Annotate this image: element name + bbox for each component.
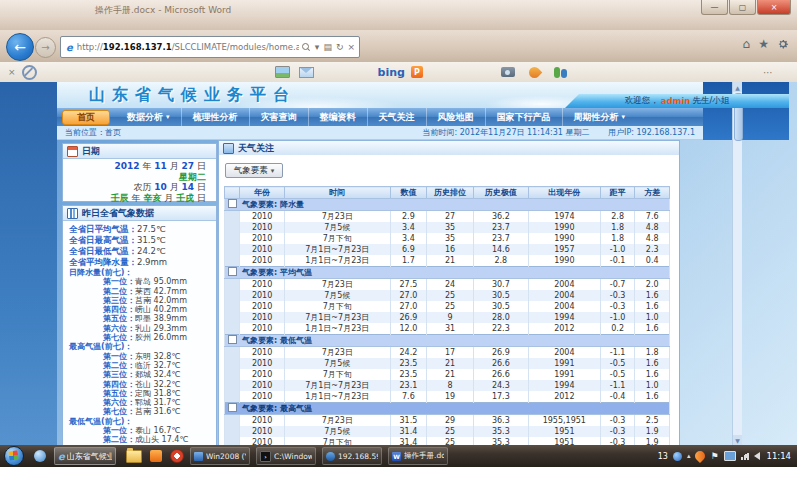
table-row[interactable]: 20107月23日27.52430.72004-0.72.0 [225, 279, 670, 291]
table-row[interactable]: 20107月23日24.21726.92004-1.11.8 [225, 347, 670, 359]
group-checkbox[interactable] [228, 267, 237, 276]
table-row[interactable]: 20101月1日~7月23日7.61917.32012-0.41.6 [225, 391, 670, 403]
group-row[interactable]: 气象要素: 最低气温 [225, 335, 670, 347]
row-select-cell[interactable] [225, 233, 240, 244]
fox-tray-icon[interactable] [693, 449, 707, 463]
back-button[interactable]: ← [6, 33, 34, 61]
row-select-cell[interactable] [225, 426, 240, 437]
display-tray-icon[interactable] [724, 451, 736, 461]
row-select-cell[interactable] [225, 244, 240, 255]
bing-logo[interactable]: bing [378, 66, 405, 79]
taskbar-window-button[interactable]: W操作手册.docx ... [388, 447, 448, 465]
scroll-down-icon[interactable]: ▼ [733, 435, 742, 445]
scroll-up-icon[interactable]: ▲ [733, 82, 742, 92]
back-icon: ← [14, 39, 26, 55]
forward-button[interactable]: → [35, 37, 56, 58]
row-select-cell[interactable] [225, 211, 240, 223]
table-row[interactable]: 20107月23日2.92736.219742.87.6 [225, 211, 670, 223]
bing-app-icon[interactable]: P [411, 66, 423, 78]
table-row[interactable]: 20107月1日~7月23日23.1824.31994-1.11.0 [225, 380, 670, 391]
table-row[interactable]: 20107月1日~7月23日26.9928.01994-1.01.0 [225, 312, 670, 323]
close-button[interactable]: × [757, 0, 791, 15]
taskbar-window-button[interactable]: 192.168.59.99... [322, 447, 382, 465]
row-select-cell[interactable] [225, 380, 240, 391]
row-select-cell[interactable] [225, 391, 240, 403]
table-row[interactable]: 20107月下旬27.02530.52004-0.31.6 [225, 301, 670, 312]
home-icon[interactable]: ⌂ [743, 38, 751, 50]
table-row[interactable]: 20107月5候27.02530.52004-0.31.6 [225, 290, 670, 301]
favorites-star-icon[interactable]: ★ [758, 38, 769, 50]
row-select-cell[interactable] [225, 415, 240, 427]
row-select-cell[interactable] [225, 222, 240, 233]
nav-item-menu[interactable]: 周期性分析▾ [562, 108, 637, 126]
row-select-cell[interactable] [225, 312, 240, 323]
table-row[interactable]: 20107月5候23.52126.61991-0.51.6 [225, 358, 670, 369]
table-cell: 2010 [240, 323, 285, 335]
explorer-icon[interactable] [126, 450, 142, 463]
toolbar-close-icon[interactable]: × [8, 67, 16, 77]
group-row[interactable]: 气象要素: 平均气温 [225, 267, 670, 279]
table-row[interactable]: 20101月1日~7月23日12.03122.320120.21.6 [225, 323, 670, 335]
media-player-icon[interactable] [170, 449, 184, 463]
nav-item-menu[interactable]: 整编资料 [308, 108, 367, 126]
taskbar-window-button[interactable]: Win2008 (Y52... [190, 447, 250, 465]
people-icon[interactable] [554, 67, 567, 78]
table-cell: 2010 [240, 391, 285, 403]
element-filter-button[interactable]: 气象要素 ▾ [225, 163, 283, 178]
table-row[interactable]: 20101月1日~7月23日1.7212.81990-0.10.4 [225, 255, 670, 267]
pinned-app2-icon[interactable] [150, 450, 162, 462]
taskbar-active-window[interactable]: e 山东省气候业务平台 [54, 447, 116, 465]
group-checkbox[interactable] [228, 199, 237, 208]
mail-icon[interactable] [299, 67, 314, 78]
group-row[interactable]: 气象要素: 最高气温 [225, 403, 670, 415]
search-icon[interactable] [302, 43, 310, 51]
volume-icon[interactable] [754, 452, 760, 460]
maximize-button[interactable]: ▢ [729, 0, 756, 15]
chevron-down-icon[interactable]: ▾ [315, 42, 320, 52]
taskbar-clock[interactable]: 11:14 [767, 451, 792, 461]
action-center-icon[interactable]: ⚑ [710, 451, 718, 461]
group-row[interactable]: 气象要素: 降水量 [225, 199, 670, 211]
taskbar-window-button[interactable]: ›C:\Windows\s... [256, 447, 316, 465]
table-row[interactable]: 20107月下旬3.43523.719901.84.8 [225, 233, 670, 244]
launcher-icon[interactable] [527, 64, 543, 80]
row-select-cell[interactable] [225, 358, 240, 369]
table-row[interactable]: 20107月下旬23.52126.61991-0.51.6 [225, 369, 670, 380]
nav-item-menu[interactable]: 灾害查询 [249, 108, 308, 126]
refresh-icon[interactable]: ↻ [336, 42, 344, 52]
nav-item-home[interactable]: 首页 [62, 110, 110, 125]
row-select-cell[interactable] [225, 323, 240, 335]
nav-item-menu[interactable]: 国家下行产品 [485, 108, 562, 126]
start-button[interactable] [4, 446, 24, 466]
row-select-cell[interactable] [225, 347, 240, 359]
row-select-cell[interactable] [225, 279, 240, 291]
table-row[interactable]: 20107月5候3.43523.719901.84.8 [225, 222, 670, 233]
more-icon[interactable]: ⋯ [763, 67, 775, 78]
table-row[interactable]: 20107月5候31.42535.31951-0.31.9 [225, 426, 670, 437]
rank-value: 郓城 31.7℃ [135, 398, 180, 407]
tray-app-icon[interactable] [673, 452, 682, 461]
pinned-app-icon[interactable] [34, 450, 46, 462]
row-select-cell[interactable] [225, 369, 240, 380]
row-select-cell[interactable] [225, 290, 240, 301]
photo-icon[interactable] [275, 66, 290, 78]
show-hidden-icons[interactable]: ▴ [687, 452, 691, 460]
nav-item-menu[interactable]: 数据分析▾ [116, 108, 181, 126]
group-checkbox[interactable] [228, 335, 237, 344]
nav-item-menu[interactable]: 天气关注 [367, 108, 426, 126]
table-row[interactable]: 20107月23日31.52936.31955,1951-0.32.5 [225, 415, 670, 427]
row-select-cell[interactable] [225, 255, 240, 267]
minimize-button[interactable]: — [701, 0, 728, 15]
table-row[interactable]: 20107月1日~7月23日6.91614.61957-1.02.3 [225, 244, 670, 255]
nav-item-menu[interactable]: 风险地图 [426, 108, 485, 126]
address-bar[interactable]: e http://192.168.137.1/SLCCLIMATE/module… [60, 36, 360, 58]
nav-item-menu[interactable]: 梳理性分析 [181, 108, 249, 126]
group-checkbox[interactable] [228, 403, 237, 412]
camera-icon[interactable] [501, 67, 515, 77]
row-select-cell[interactable] [225, 301, 240, 312]
gear-icon[interactable] [777, 38, 789, 50]
blocker-icon[interactable] [22, 65, 37, 80]
compatibility-icon[interactable]: ▤ [323, 42, 332, 52]
stop-icon[interactable]: × [347, 42, 355, 52]
page-scrollbar[interactable]: ▲ ▼ [732, 82, 742, 445]
